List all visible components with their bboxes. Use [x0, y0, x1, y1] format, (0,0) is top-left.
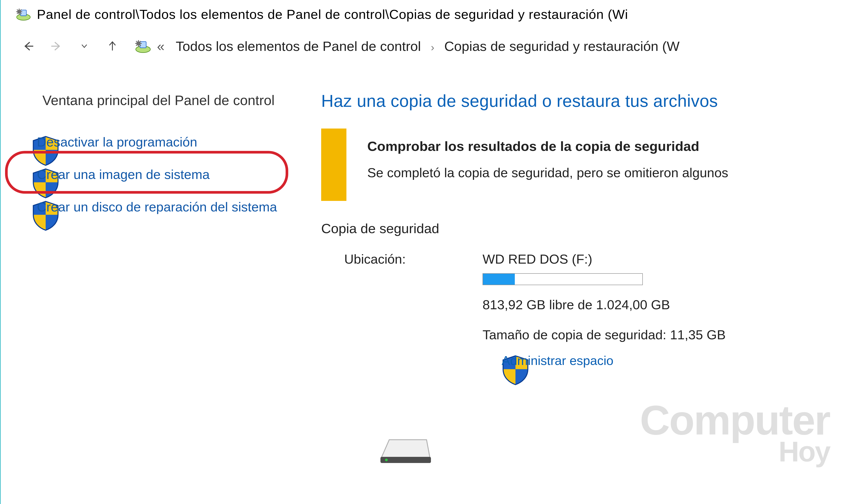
- location-drive-name: WD RED DOS (F:): [483, 252, 725, 273]
- address-separator[interactable]: ›: [425, 41, 441, 53]
- uac-shield-icon: [13, 167, 29, 183]
- task-create-system-image[interactable]: Crear una imagen de sistema: [45, 163, 308, 195]
- address-segment-2[interactable]: Copias de seguridad y restauración (W: [444, 39, 680, 54]
- watermark: Computer Hoy: [640, 401, 830, 465]
- location-label: Ubicación:: [321, 252, 483, 267]
- disk-free-space: 813,92 GB libre de 1.024,00 GB: [483, 297, 725, 324]
- task-label[interactable]: Crear un disco de reparación del sistema: [37, 198, 277, 216]
- backup-size-label: Tamaño de copia de seguridad:: [483, 327, 666, 342]
- window-title-bar: Panel de control\Todos los elementos de …: [1, 0, 843, 24]
- manage-space-link[interactable]: Administrar espacio: [483, 349, 725, 368]
- notice-accent-bar: [321, 128, 346, 201]
- control-panel-home-link[interactable]: Ventana principal del Panel de control: [42, 91, 308, 130]
- backup-size-value: 11,35 GB: [670, 324, 726, 345]
- address-bar-row: « Todos los elementos de Panel de contro…: [1, 24, 843, 65]
- window-title-text: Panel de control\Todos los elementos de …: [31, 7, 628, 22]
- uac-shield-icon: [13, 199, 29, 215]
- uac-shield-icon: [483, 354, 496, 367]
- address-bar[interactable]: « Todos los elementos de Panel de contro…: [157, 38, 680, 54]
- content-panel: Haz una copia de seguridad o restaura tu…: [321, 91, 843, 368]
- watermark-line1: Computer: [640, 401, 830, 439]
- nav-forward-button[interactable]: [46, 36, 66, 56]
- disk-usage-fill: [483, 274, 515, 285]
- backup-section-heading: Copia de seguridad: [321, 221, 843, 252]
- notice-message: Se completó la copia de seguridad, pero …: [367, 164, 728, 182]
- task-disable-schedule[interactable]: Desactivar la programación: [45, 130, 308, 163]
- control-panel-icon: [14, 6, 31, 22]
- nav-up-button[interactable]: [103, 36, 122, 56]
- backup-status-notice[interactable]: Comprobar los resultados de la copia de …: [321, 128, 843, 201]
- notice-title: Comprobar los resultados de la copia de …: [367, 138, 728, 164]
- address-prefix-glyph: «: [157, 39, 172, 54]
- address-bar-icon[interactable]: [133, 38, 152, 54]
- uac-shield-icon: [13, 134, 29, 150]
- watermark-line2: Hoy: [640, 439, 830, 465]
- task-create-repair-disc[interactable]: Crear un disco de reparación del sistema: [45, 195, 308, 228]
- address-segment-1[interactable]: Todos los elementos de Panel de control: [176, 39, 421, 54]
- nav-back-button[interactable]: [18, 36, 38, 56]
- task-label[interactable]: Crear una imagen de sistema: [37, 166, 210, 183]
- page-heading: Haz una copia de seguridad o restaura tu…: [321, 91, 843, 128]
- external-disk-icon: [377, 433, 434, 466]
- manage-space-label[interactable]: Administrar espacio: [502, 353, 613, 368]
- backup-location-row: Ubicación: WD RED DOS (F:) 813,92 GB lib…: [321, 252, 843, 368]
- task-label[interactable]: Desactivar la programación: [37, 133, 197, 151]
- tasks-panel: Ventana principal del Panel de control D…: [1, 91, 321, 368]
- disk-usage-bar: [483, 273, 643, 285]
- backup-size: Tamaño de copia de seguridad: 11,35 GB: [483, 324, 725, 349]
- nav-recent-dropdown[interactable]: [74, 36, 94, 56]
